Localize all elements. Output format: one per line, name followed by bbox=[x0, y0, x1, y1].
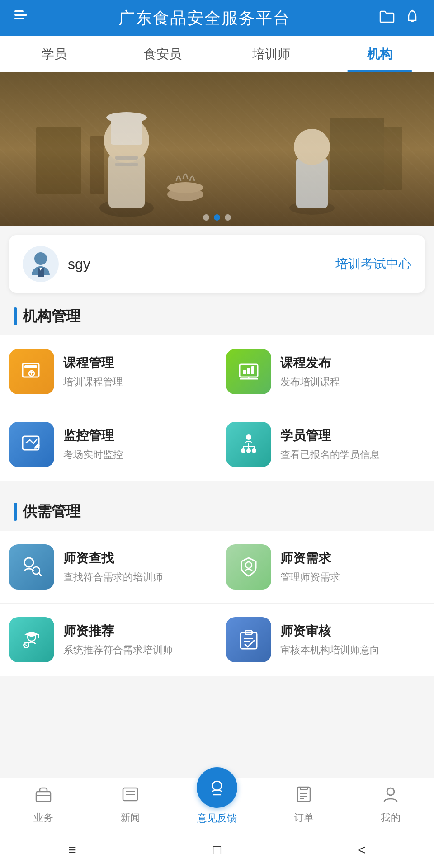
mine-icon bbox=[382, 785, 400, 807]
menu-icon[interactable] bbox=[14, 9, 30, 28]
dot-1[interactable] bbox=[203, 214, 209, 221]
system-bar: ≡ □ < bbox=[0, 832, 434, 868]
course-publish-item[interactable]: 课程发布 发布培训课程 bbox=[217, 335, 434, 408]
supply-management-title: 供需管理 bbox=[23, 502, 80, 522]
feedback-center-button[interactable] bbox=[197, 767, 237, 808]
orders-icon bbox=[295, 785, 313, 807]
dot-2[interactable] bbox=[214, 214, 220, 221]
feedback-label: 意见反馈 bbox=[197, 811, 237, 825]
teacher-search-desc: 查找符合需求的培训师 bbox=[63, 571, 208, 585]
svg-rect-20 bbox=[384, 127, 402, 190]
svg-marker-48 bbox=[24, 632, 39, 637]
monitor-management-title: 监控管理 bbox=[63, 427, 208, 444]
tab-institution[interactable]: 机构 bbox=[326, 36, 434, 72]
nav-business[interactable]: 业务 bbox=[0, 778, 87, 832]
course-management-title: 课程管理 bbox=[63, 354, 208, 372]
banner-dots bbox=[203, 214, 231, 221]
divider-1 bbox=[0, 481, 434, 488]
teacher-search-item[interactable]: 师资查找 查找符合需求的培训师 bbox=[0, 531, 217, 604]
bell-icon[interactable] bbox=[404, 9, 420, 28]
avatar bbox=[23, 246, 59, 282]
nav-news[interactable]: 新闻 bbox=[87, 778, 174, 832]
teacher-search-title: 师资查找 bbox=[63, 550, 208, 567]
svg-rect-19 bbox=[330, 118, 384, 190]
tab-food-officer[interactable]: 食安员 bbox=[108, 36, 217, 72]
svg-point-16 bbox=[167, 182, 203, 193]
svg-rect-3 bbox=[411, 20, 414, 22]
section-bar-2 bbox=[14, 503, 17, 521]
mine-label: 我的 bbox=[381, 811, 401, 825]
tab-student[interactable]: 学员 bbox=[0, 36, 108, 72]
svg-point-70 bbox=[387, 788, 394, 795]
bottom-nav: 业务 新闻 意见反馈 bbox=[0, 778, 434, 832]
course-management-icon bbox=[9, 349, 54, 394]
section-bar bbox=[14, 307, 17, 326]
teacher-audit-desc: 审核本机构培训师意向 bbox=[280, 643, 425, 657]
header-actions bbox=[379, 9, 420, 28]
svg-point-21 bbox=[34, 252, 47, 265]
student-management-item[interactable]: 学员管理 查看已报名的学员信息 bbox=[217, 408, 434, 481]
tab-bar: 学员 食安员 培训师 机构 bbox=[0, 36, 434, 72]
user-card: sgy 培训考试中心 bbox=[9, 235, 425, 293]
tab-trainer[interactable]: 培训师 bbox=[217, 36, 326, 72]
system-back-button[interactable]: < bbox=[358, 842, 366, 858]
teacher-demand-item[interactable]: 师资需求 管理师资需求 bbox=[217, 531, 434, 604]
teacher-recommend-title: 师资推荐 bbox=[63, 623, 208, 640]
nav-feedback[interactable]: 意见反馈 bbox=[174, 778, 260, 832]
svg-rect-32 bbox=[251, 366, 254, 374]
user-info: sgy bbox=[23, 246, 90, 282]
svg-point-40 bbox=[246, 448, 251, 453]
supply-management-header: 供需管理 bbox=[0, 488, 434, 531]
svg-point-46 bbox=[245, 562, 252, 568]
svg-rect-10 bbox=[115, 156, 138, 160]
svg-rect-13 bbox=[296, 158, 328, 208]
teacher-demand-icon bbox=[226, 544, 271, 590]
business-label: 业务 bbox=[33, 811, 53, 825]
svg-point-43 bbox=[24, 558, 33, 567]
svg-rect-1 bbox=[14, 14, 27, 16]
teacher-recommend-item[interactable]: 师资推荐 系统推荐符合需求培训师 bbox=[0, 604, 217, 676]
orders-label: 订单 bbox=[294, 811, 314, 825]
training-center-link[interactable]: 培训考试中心 bbox=[335, 255, 411, 273]
business-icon bbox=[34, 785, 52, 807]
student-management-title: 学员管理 bbox=[280, 427, 425, 444]
course-publish-desc: 发布培训课程 bbox=[280, 375, 425, 389]
teacher-recommend-icon bbox=[9, 617, 54, 662]
banner bbox=[0, 72, 434, 226]
svg-point-61 bbox=[212, 781, 222, 790]
svg-rect-31 bbox=[247, 368, 250, 374]
teacher-demand-title: 师资需求 bbox=[280, 550, 425, 567]
svg-point-9 bbox=[106, 112, 147, 123]
teacher-audit-item[interactable]: 师资审核 审核本机构培训师意向 bbox=[217, 604, 434, 676]
course-management-item[interactable]: 课程管理 培训课程管理 bbox=[0, 335, 217, 408]
nav-mine[interactable]: 我的 bbox=[347, 778, 434, 832]
svg-rect-18 bbox=[90, 136, 104, 194]
institution-management-grid: 课程管理 培训课程管理 课程发布 发布培训课程 bbox=[0, 335, 434, 481]
folder-icon[interactable] bbox=[379, 9, 395, 28]
teacher-recommend-desc: 系统推荐符合需求培训师 bbox=[63, 643, 208, 657]
system-home-button[interactable]: □ bbox=[213, 842, 221, 858]
svg-rect-17 bbox=[36, 127, 81, 194]
teacher-audit-icon bbox=[226, 617, 271, 662]
svg-rect-0 bbox=[14, 10, 24, 12]
svg-rect-64 bbox=[297, 787, 310, 802]
institution-management-title: 机构管理 bbox=[23, 307, 80, 326]
teacher-demand-desc: 管理师资需求 bbox=[280, 571, 425, 585]
monitor-management-icon bbox=[9, 422, 54, 467]
svg-line-45 bbox=[39, 573, 41, 576]
monitor-management-item[interactable]: 监控管理 考场实时监控 bbox=[0, 408, 217, 481]
news-label: 新闻 bbox=[120, 811, 140, 825]
svg-rect-24 bbox=[24, 365, 37, 368]
dot-3[interactable] bbox=[225, 214, 231, 221]
nav-orders[interactable]: 订单 bbox=[260, 778, 347, 832]
svg-rect-30 bbox=[243, 370, 246, 374]
student-management-desc: 查看已报名的学员信息 bbox=[280, 448, 425, 462]
svg-rect-65 bbox=[300, 787, 307, 790]
svg-point-14 bbox=[294, 129, 330, 165]
teacher-audit-title: 师资审核 bbox=[280, 623, 425, 640]
header: 广东食品安全服务平台 bbox=[0, 0, 434, 36]
course-publish-icon bbox=[226, 349, 271, 394]
app-title: 广东食品安全服务平台 bbox=[118, 7, 290, 29]
system-menu-button[interactable]: ≡ bbox=[68, 842, 76, 858]
teacher-search-icon bbox=[9, 544, 54, 590]
